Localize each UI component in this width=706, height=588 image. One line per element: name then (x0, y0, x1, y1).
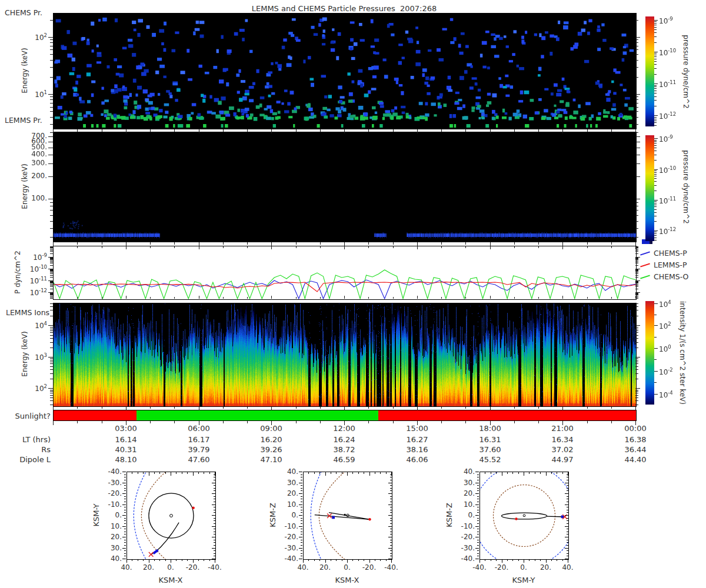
orbit-y-tick (477, 490, 479, 491)
orbit-y-tick-right (390, 520, 392, 521)
orbit-y-tick-right (565, 505, 568, 505)
colorbar-minor-tick (654, 233, 657, 234)
orbit-y-tick-right (214, 532, 215, 532)
orbit-y-axis-label: KSM-Z (269, 503, 277, 527)
orbit-y-tick-label: -40. (452, 555, 475, 562)
y-minor-tick (50, 259, 53, 260)
orbit-y-tick-label: -10. (452, 523, 475, 530)
orbit-x-tick (380, 559, 381, 561)
y-minor-tick (50, 251, 53, 252)
orbit-y-tick-label: -10. (99, 501, 122, 508)
orbit-y-tick-right (388, 537, 392, 537)
orbit-x-tick-top (518, 472, 519, 474)
time-tick (126, 242, 126, 246)
colorbar-minor-tick (654, 337, 657, 338)
orbit-x-tick (496, 559, 497, 561)
orbit-x-tick (352, 559, 353, 561)
orbit-y-tick-right (212, 515, 215, 516)
orbit-y-tick (122, 505, 126, 505)
time-tick (77, 129, 78, 132)
red-x-marker (149, 552, 154, 557)
orbit-y-tick-right (214, 534, 215, 534)
orbit-y-tick (477, 488, 479, 489)
orbit-y-tick-right (388, 526, 392, 527)
time-tick (417, 407, 418, 410)
panel3-ylabel: P dyn/cm^2 (14, 250, 21, 293)
orbit-y-tick-right (390, 502, 392, 502)
y-minor-tick (635, 289, 638, 289)
time-tick-inner (441, 246, 442, 248)
colorbar-minor-tick (654, 315, 657, 315)
orbit-y-tick (477, 502, 479, 502)
y-tick-label: 104 (25, 321, 47, 329)
y-minor-tick (50, 373, 53, 374)
time-tick-inner (223, 297, 224, 299)
colorbar-tick-label: 10-9 (659, 135, 682, 143)
orbit-y-tick-label: -20. (452, 533, 475, 540)
orbit-y-tick (477, 480, 479, 480)
orbit-y-tick (124, 512, 126, 513)
orbit-x-tick-top (491, 472, 491, 474)
y-minor-tick (50, 393, 53, 393)
colorbar-minor-tick (654, 23, 657, 24)
orbit-y-tick-right (214, 510, 215, 510)
time-tick-inner (102, 246, 102, 248)
orbit-y-tick-right (390, 542, 392, 543)
time-tick-inner (77, 297, 78, 299)
colorbar-tick-label: 10-10 (659, 48, 682, 56)
orbit-x-tick-top (176, 472, 176, 474)
sunlight-segment-no (378, 410, 636, 420)
y-minor-tick (635, 111, 638, 112)
y-minor-tick (50, 54, 53, 55)
y-minor-tick (50, 294, 53, 295)
orbit-y-tick-right (214, 556, 215, 556)
y-minor-tick (635, 237, 638, 238)
time-tick (247, 421, 248, 423)
colorbar-minor-tick (654, 68, 657, 69)
time-tick (77, 242, 78, 245)
rs-value: 37.02 (539, 446, 586, 453)
spacecraft-trajectory (151, 523, 179, 554)
orbit-x-tick (143, 559, 144, 561)
y-minor-tick (635, 259, 638, 260)
time-tick-inner (635, 296, 636, 299)
colorbar-major-tick (654, 230, 658, 231)
y-minor-tick (635, 358, 638, 359)
y-major-tick (48, 357, 53, 358)
y-minor-tick (635, 397, 638, 398)
orbit-x-tick-top (391, 472, 392, 476)
pressure-line-lemms-p (54, 282, 636, 292)
orbit-y-tick (475, 559, 479, 559)
orbit-y-tick (475, 537, 479, 537)
colorbar-minor-tick (654, 155, 657, 155)
time-tick (223, 407, 224, 409)
orbit-y-tick-label: 0. (99, 512, 122, 519)
orbit-y-tick-label: -30. (99, 479, 122, 486)
colorbar-minor-tick (654, 25, 657, 25)
y-minor-tick (50, 303, 53, 304)
time-tick-inner (611, 246, 612, 248)
orbit-y-tick (301, 518, 302, 519)
orbit-y-tick-right (390, 507, 392, 507)
lt-value: 16.20 (248, 436, 295, 443)
y-minor-tick (635, 250, 638, 250)
legend-label-chems-p: CHEMS-P (654, 249, 687, 258)
y-minor-tick (50, 379, 53, 379)
y-minor-tick (50, 60, 53, 61)
colorbar-minor-tick (654, 21, 657, 22)
y-minor-tick (635, 363, 638, 364)
orbit-y-tick-right (390, 532, 392, 532)
y-minor-tick (635, 221, 638, 222)
orbit-y-tick-right (214, 502, 215, 502)
time-tick (490, 129, 491, 133)
time-tick-inner (271, 246, 272, 249)
time-tick-inner (417, 246, 418, 249)
y-major-tick (48, 148, 53, 148)
orbit-x-tick (336, 559, 337, 561)
y-minor-tick (50, 263, 53, 263)
y-minor-tick (635, 342, 638, 343)
colorbar-minor-tick (654, 176, 657, 176)
orbit-x-tick-top (159, 472, 160, 474)
orbit-y-tick (124, 477, 126, 477)
orbit-y-tick-label: 30. (452, 479, 475, 486)
